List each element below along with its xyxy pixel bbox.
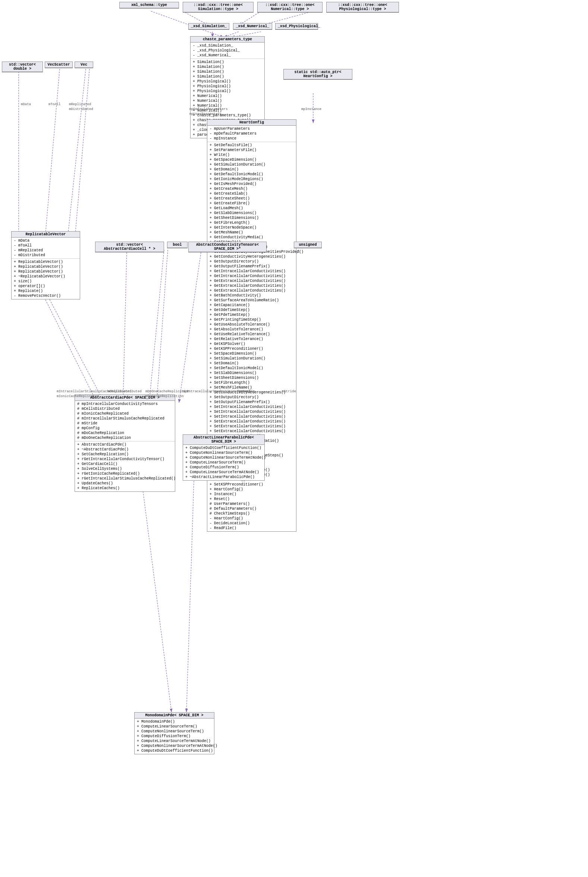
- abstract-linear-parabolic-title: AbstractLinearParabolicPde< SPACE_DIM >: [183, 435, 264, 445]
- arrow-vec-rep2: [75, 69, 90, 242]
- bool-title: bool: [167, 242, 187, 248]
- arrow-bool-cardiac2: [157, 250, 168, 403]
- xsd-num-type-title: ::xsd::cxx::tree::one< Numerical::type >: [258, 2, 322, 12]
- monodomain-pde-box: MonodomainPde< SPACE_DIM > + MonodomainP…: [134, 712, 214, 754]
- label-stimulus-cache: mIonicCacheReplicated: [57, 394, 99, 398]
- xsd-numerical-box: _xsd_Numerical_: [233, 23, 272, 30]
- xsd-physiological-title: _xsd_Physiological_: [276, 24, 318, 30]
- arrow-rep-cardiac2: [41, 283, 104, 403]
- arrow-vecscatter-rep: [45, 69, 60, 242]
- xsd-simulation-title: _xsd_Simulation_: [189, 24, 229, 30]
- vec-title: Vec: [75, 62, 93, 68]
- chaste-parameters-attrs: - _xsd_Simulation_ - _xsd_Physiological_…: [190, 42, 264, 59]
- bool-box: bool: [167, 241, 188, 248]
- rep-vec-attrs: - mData - mToAll - mReplicated - mDistri…: [12, 237, 80, 259]
- replicatable-vector-box: ReplicatableVector - mData - mToAll - mR…: [11, 231, 80, 300]
- unsigned-box: unsigned: [294, 241, 322, 248]
- method-num1: + Numerical(): [193, 94, 262, 99]
- hc-attr-instance: - mpInstance: [210, 136, 294, 141]
- label-mData: mData: [21, 102, 31, 106]
- attr-xsd-sim: - _xsd_Simulation_: [193, 43, 262, 48]
- attr-xsd-phys: - _xsd_Physiological_: [193, 48, 262, 53]
- rep-vec-title: ReplicatableVector: [12, 232, 80, 237]
- abstract-conductivity-box: AbstractConductivityTensors< SPACE_DIM >…: [188, 241, 267, 252]
- chaste-parameters-title: chaste_parameters_type: [190, 36, 264, 42]
- label-do-cache: mDoCacheReplication: [146, 394, 184, 398]
- xml-schema-type-title: xml_schema::type: [120, 2, 178, 8]
- xsd-sim-type-title: ::xsd::cxx::tree::one< Simulation::type …: [183, 2, 253, 12]
- xsd-numerical-title: _xsd_Numerical_: [233, 24, 272, 30]
- method-phys1: + Physiological(): [193, 79, 262, 84]
- vec-box: Vec: [75, 61, 93, 68]
- rep-vec-methods: + ReplicatableVector() + ReplicatableVec…: [12, 259, 80, 299]
- method-phys2: + Physiological(): [193, 84, 262, 89]
- hc-attr-default: - mpDefaultParameters: [210, 131, 294, 136]
- arrow-vec-rep1: [67, 69, 86, 242]
- abstract-cardiac-pde-attrs: # mpIntracellularConductivityTensors # m…: [75, 401, 175, 441]
- label-cells-distributed: mCellsDistributed: [107, 390, 142, 393]
- arrow-cardiac-mono: [142, 481, 171, 712]
- xsd-simulation-box: _xsd_Simulation_: [188, 23, 229, 30]
- abstract-linear-parabolic-methods: + ComputeDuDtCoefficientFunction() + Com…: [183, 445, 264, 480]
- arrow-linear-mono: [186, 481, 194, 712]
- xsd-physiological-box: _xsd_Physiological_: [275, 23, 318, 30]
- method-num2: + Numerical(): [193, 99, 262, 103]
- std-vector-cardiac-title: std::vector< AbstractCardiacCell * >: [96, 242, 164, 252]
- label-mToAll: mToAll: [48, 102, 60, 106]
- label-mpUserParams: mpUserParameters: [189, 112, 222, 116]
- static-autoptr-title: static std::auto_ptr< HeartConfig >: [284, 69, 352, 79]
- label-mpDefaultParams: mpDefaultParameters: [189, 107, 228, 111]
- method-sim3: + Simulation(): [193, 69, 262, 74]
- heart-config-attrs: - mpUserParameters - mpDefaultParameters…: [207, 126, 296, 142]
- arrow-cond-cardiac: [179, 250, 201, 403]
- method-sim1: + Simulation(): [193, 60, 262, 64]
- label-mDistributed: mDistributed: [69, 107, 93, 111]
- method-sim2: + Simulation(): [193, 64, 262, 69]
- arrow-cellsvec-cardiac: [123, 250, 127, 403]
- method-phys3: + Physiological(): [193, 89, 262, 94]
- abstract-cardiac-pde-methods: + AbstractCardiacPde() + ~AbstractCardia…: [75, 441, 175, 492]
- std-vector-double-title: std::vector< double >: [2, 62, 42, 72]
- vec-scatter-title: VecScatter: [45, 62, 72, 68]
- heart-config-title: HeartConfig: [207, 120, 296, 126]
- xsd-phys-type-title: ::xsd::cxx::tree::one< Physiological::ty…: [327, 2, 399, 12]
- label-mp-config: mpConfig: [238, 390, 255, 393]
- vec-scatter-box: VecScatter: [45, 61, 73, 68]
- label-mReplicated: mReplicated: [69, 102, 91, 106]
- xsd-num-type-box: ::xsd::cxx::tree::one< Numerical::type >: [257, 2, 322, 13]
- unsigned-title: unsigned: [294, 242, 321, 248]
- arrow-rep-cardiac: [37, 283, 97, 403]
- xsd-sim-type-box: ::xsd::cxx::tree::one< Simulation::type …: [183, 2, 254, 13]
- abstract-conductivity-title: AbstractConductivityTensors< SPACE_DIM >…: [189, 242, 266, 252]
- std-vector-cardiac-box: std::vector< AbstractCardiacCell * >: [95, 241, 164, 252]
- std-vector-double-box: std::vector< double >: [2, 61, 43, 72]
- monodomain-pde-methods: + MonodomainPde() + ComputeLinearSourceT…: [135, 718, 214, 754]
- arrow-bool-cardiac: [149, 250, 164, 403]
- label-m-stride: mStride: [282, 390, 296, 393]
- attr-xsd-num: - _xsd_Numerical_: [193, 53, 262, 58]
- xml-schema-type-box: xml_schema::type: [119, 2, 179, 9]
- hc-attr-user: - mpUserParameters: [210, 126, 294, 131]
- diagram-container: xml_schema::type ::xsd::cxx::tree::one< …: [0, 0, 588, 877]
- method-sim4: + Simulation(): [193, 74, 262, 79]
- label-mpInstance: mpInstance: [301, 107, 321, 111]
- abstract-cardiac-pde-box: AbstractCardiacPde< SPACE_DIM > # mpIntr…: [75, 394, 175, 492]
- abstract-linear-parabolic-box: AbstractLinearParabolicPde< SPACE_DIM > …: [183, 435, 265, 481]
- xsd-phys-type-box: ::xsd::cxx::tree::one< Physiological::ty…: [326, 2, 399, 13]
- monodomain-pde-title: MonodomainPde< SPACE_DIM >: [135, 712, 214, 718]
- static-autoptr-box: static std::auto_ptr< HeartConfig >: [284, 69, 352, 80]
